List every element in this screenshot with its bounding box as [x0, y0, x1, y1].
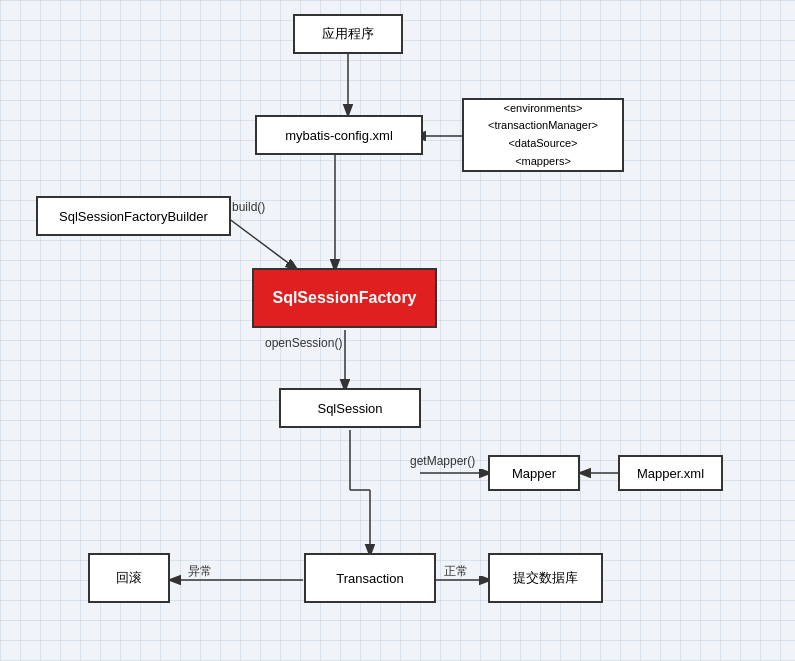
svg-line-4 [228, 218, 295, 268]
label-open-session: openSession() [265, 336, 342, 350]
box-mapper: Mapper [488, 455, 580, 491]
box-rollback: 回滚 [88, 553, 170, 603]
box-app: 应用程序 [293, 14, 403, 54]
box-commit: 提交数据库 [488, 553, 603, 603]
diagram-container: 应用程序 mybatis-config.xml <environments> <… [0, 0, 795, 661]
label-get-mapper: getMapper() [410, 454, 475, 468]
box-mapper-xml: Mapper.xml [618, 455, 723, 491]
label-exception: 异常 [188, 563, 212, 580]
box-config: mybatis-config.xml [255, 115, 423, 155]
label-build: build() [232, 200, 265, 214]
label-normal: 正常 [444, 563, 468, 580]
box-factory: SqlSessionFactory [252, 268, 437, 328]
box-transaction: Transaction [304, 553, 436, 603]
box-session: SqlSession [279, 388, 421, 428]
box-builder: SqlSessionFactoryBuilder [36, 196, 231, 236]
box-env: <environments> <transactionManager> <dat… [462, 98, 624, 172]
